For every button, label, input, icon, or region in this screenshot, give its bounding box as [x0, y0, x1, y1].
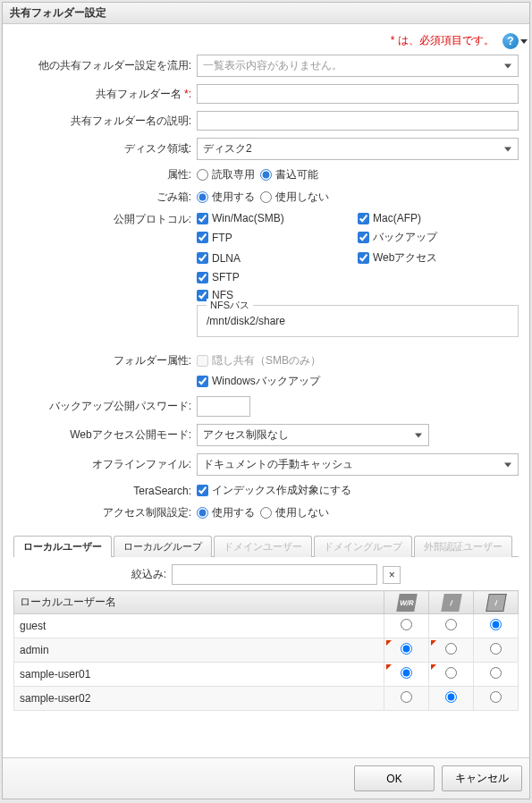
access-use-radio[interactable]: 使用する [197, 505, 255, 520]
perm-wr-radio[interactable] [401, 667, 412, 679]
tab-domain-user: ドメインユーザー [214, 536, 312, 557]
attr-label: 属性: [13, 167, 197, 182]
shared-folder-settings-dialog: 共有フォルダー設定 * は、必須項目です。 ? 他の共有フォルダー設定を流用: … [2, 2, 530, 799]
user-name: sample-user01 [14, 663, 384, 687]
proto-web-checkbox[interactable]: Webアクセス [358, 250, 519, 266]
table-row: guest [14, 614, 519, 638]
folder-attr-label: フォルダー属性: [13, 353, 197, 368]
ok-button[interactable]: OK [354, 765, 435, 791]
required-note-row: * は、必須項目です。 ? [13, 33, 519, 49]
user-name: guest [14, 614, 384, 638]
windows-backup-checkbox[interactable]: Windowsバックアップ [197, 374, 320, 389]
window-title: 共有フォルダー設定 [3, 3, 529, 24]
trash-use-radio[interactable]: 使用する [197, 190, 255, 205]
terasearch-checkbox[interactable]: インデックス作成対象にする [197, 483, 351, 498]
backup-pw-label: バックアップ公開パスワード: [13, 399, 197, 414]
filter-clear-button[interactable]: × [383, 566, 401, 584]
offline-label: オフラインファイル: [13, 457, 197, 472]
col-perm-none: / [474, 591, 519, 614]
perm-r-radio[interactable] [445, 667, 457, 679]
desc-label: 共有フォルダー名の説明: [13, 114, 197, 129]
reuse-label: 他の共有フォルダー設定を流用: [13, 58, 197, 73]
trash-nouse-radio[interactable]: 使用しない [260, 190, 329, 205]
tab-local-group[interactable]: ローカルグループ [114, 536, 212, 557]
perm-r-radio[interactable] [445, 691, 457, 703]
tab-local-user[interactable]: ローカルユーザー [13, 536, 112, 557]
proto-backup-checkbox[interactable]: バックアップ [358, 230, 519, 245]
form-content: * は、必須項目です。 ? 他の共有フォルダー設定を流用: 一覧表示内容がありま… [3, 24, 529, 757]
access-label: アクセス制限設定: [13, 505, 197, 520]
filter-label: 絞込み: [131, 567, 166, 582]
perm-r-radio[interactable] [445, 643, 457, 655]
perm-none-radio[interactable] [490, 643, 502, 655]
terasearch-label: TeraSearch: [13, 485, 197, 497]
col-username: ローカルユーザー名 [14, 591, 384, 614]
attr-writable-radio[interactable]: 書込可能 [260, 167, 318, 182]
nfs-path-value: /mnt/disk2/share [207, 315, 285, 327]
user-permission-grid: ローカルユーザー名 W/R / / guest admin [13, 590, 519, 711]
web-mode-select[interactable]: アクセス制限なし [197, 424, 429, 446]
proto-ftp-checkbox[interactable]: FTP [197, 230, 358, 245]
attr-readonly-radio[interactable]: 読取専用 [197, 167, 255, 182]
perm-r-radio[interactable] [445, 619, 457, 630]
table-row: admin [14, 638, 519, 663]
perm-wr-radio[interactable] [401, 619, 412, 630]
backup-pw-input[interactable] [197, 396, 250, 417]
button-bar: OK キャンセル [3, 757, 529, 799]
offline-select[interactable]: ドキュメントの手動キャッシュ [197, 453, 519, 476]
web-mode-label: Webアクセス公開モード: [13, 427, 197, 443]
proto-smb-checkbox[interactable]: Win/Mac(SMB) [197, 212, 358, 224]
user-name: sample-user02 [14, 687, 384, 711]
hidden-share-checkbox: 隠し共有（SMBのみ） [197, 353, 321, 368]
nfs-path-fieldset: NFSパス /mnt/disk2/share [197, 305, 519, 337]
user-name: admin [14, 638, 384, 663]
proto-dlna-checkbox[interactable]: DLNA [197, 250, 358, 266]
required-note: * は、必須項目です。 [391, 34, 494, 46]
cancel-button[interactable]: キャンセル [442, 765, 522, 791]
perm-none-radio[interactable] [490, 667, 502, 679]
perm-none-radio[interactable] [490, 619, 502, 630]
user-tabs: ローカルユーザー ローカルグループ ドメインユーザー ドメイングループ 外部認証… [13, 535, 519, 557]
perm-wr-radio[interactable] [401, 691, 412, 703]
table-row: sample-user02 [14, 687, 519, 711]
perm-wr-radio[interactable] [401, 643, 412, 655]
table-row: sample-user01 [14, 663, 519, 687]
help-icon[interactable]: ? [502, 33, 519, 49]
tab-ext-auth: 外部認証ユーザー [414, 536, 512, 557]
proto-label: 公開プロトコル: [13, 212, 197, 227]
tab-domain-group: ドメイングループ [314, 536, 412, 557]
reuse-select[interactable]: 一覧表示内容がありません。 [197, 55, 519, 77]
filter-row: 絞込み: × [13, 564, 519, 585]
folder-name-input[interactable] [197, 84, 519, 104]
col-perm-r: / [429, 591, 474, 614]
nfs-path-legend: NFSパス [207, 299, 253, 312]
access-nouse-radio[interactable]: 使用しない [260, 505, 329, 520]
perm-none-radio[interactable] [490, 691, 502, 703]
folder-desc-input[interactable] [197, 111, 519, 131]
proto-afp-checkbox[interactable]: Mac(AFP) [358, 212, 519, 224]
name-label: 共有フォルダー名 *: [13, 87, 197, 102]
disk-select[interactable]: ディスク2 [197, 138, 519, 160]
disk-label: ディスク領域: [13, 141, 197, 156]
trash-label: ごみ箱: [13, 190, 197, 205]
filter-input[interactable] [172, 564, 377, 585]
col-perm-wr: W/R [384, 591, 429, 614]
proto-sftp-checkbox[interactable]: SFTP [197, 271, 358, 283]
